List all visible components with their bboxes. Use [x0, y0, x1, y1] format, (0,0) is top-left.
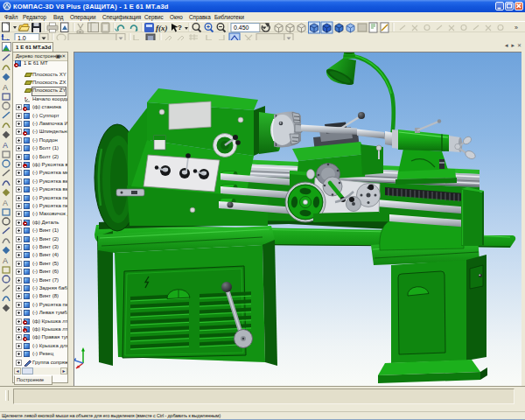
svg-text:f(x): f(x): [156, 24, 168, 32]
svg-text:0.450: 0.450: [234, 24, 249, 31]
svg-text:A: A: [3, 83, 8, 92]
svg-text:?: ?: [178, 24, 182, 32]
svg-text:A: A: [3, 199, 8, 207]
svg-text:A: A: [3, 141, 8, 150]
svg-text:A: A: [3, 256, 8, 265]
svg-text:»: »: [514, 24, 518, 31]
